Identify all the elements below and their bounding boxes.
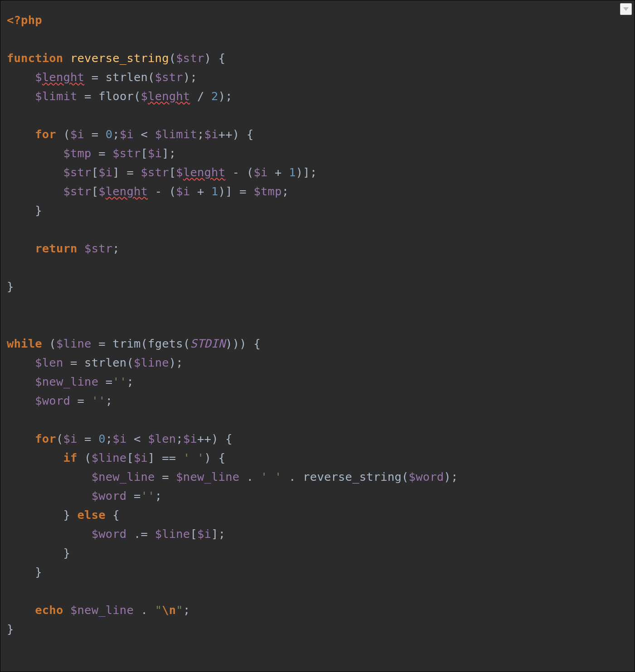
op-eqeq: == <box>155 451 183 464</box>
space <box>98 375 106 388</box>
semicolon: ; <box>126 375 134 388</box>
var-i: $i <box>148 146 162 160</box>
bracket-close: ] <box>303 165 310 179</box>
call-reverse: reverse_string <box>303 470 402 483</box>
var-limit: $limit <box>35 89 77 103</box>
paren-close: ) <box>233 337 240 350</box>
paren-open: ( <box>126 356 134 369</box>
str-space: ' ' <box>261 470 282 483</box>
paren-close: ) <box>296 165 303 179</box>
bracket-open: [ <box>92 165 99 179</box>
var-line: $line <box>56 337 92 350</box>
var-line: $line <box>134 356 169 369</box>
semicolon: ; <box>155 489 162 503</box>
var-line: $line <box>155 527 190 541</box>
const-stdin: STDIN <box>190 337 225 350</box>
keyword-for: for <box>35 432 56 445</box>
num-1: 1 <box>289 165 296 179</box>
semicolon: ; <box>106 394 113 407</box>
var-lenght-misspell: lenght <box>183 165 225 179</box>
keyword-return: return <box>35 242 77 255</box>
semicolon: ; <box>282 184 289 198</box>
op-concat: . <box>282 470 303 483</box>
brace-open: { <box>225 432 233 445</box>
var-i: $i <box>197 527 211 541</box>
semicolon: ; <box>218 527 226 541</box>
semicolon: ; <box>451 470 458 483</box>
paren-close: ) <box>204 451 212 464</box>
keyword-echo: echo <box>35 603 63 617</box>
num-1: 1 <box>211 184 218 198</box>
code-content[interactable]: <?php function reverse_string($str) { $l… <box>0 0 635 638</box>
call-fgets: fgets <box>148 337 183 350</box>
call-trim: trim <box>112 337 141 350</box>
op-div: / <box>190 89 211 103</box>
dropdown-button[interactable] <box>620 3 632 15</box>
paren-open: ( <box>402 470 409 483</box>
code-editor-pane[interactable]: <?php function reverse_string($str) { $l… <box>0 0 635 672</box>
var-i: $i <box>63 432 77 445</box>
paren-open: ( <box>49 337 56 350</box>
op-concat-eq: .= <box>126 527 155 541</box>
semicolon: ; <box>112 127 120 141</box>
var-str: $str <box>155 70 183 84</box>
paren-close: ) <box>218 89 226 103</box>
keyword-else: else <box>78 508 106 522</box>
brace-open: { <box>247 127 254 141</box>
op-assign-tight: = <box>106 375 113 388</box>
var-limit: $limit <box>155 127 197 141</box>
op-inc: ++ <box>218 127 233 141</box>
var-str: $str <box>176 51 204 65</box>
var-word: $word <box>35 394 70 407</box>
semicolon: ; <box>176 356 183 369</box>
semicolon: ; <box>169 146 176 160</box>
op-assign: = <box>92 146 113 160</box>
bracket-close: ] <box>162 146 169 160</box>
bracket-open: [ <box>169 165 176 179</box>
var-new-line: $new_line <box>70 603 134 617</box>
op-assign: = <box>84 127 106 141</box>
op-concat: . <box>134 603 155 617</box>
num-2: 2 <box>211 89 218 103</box>
bracket-open: [ <box>141 146 148 160</box>
var-str: $str <box>141 165 169 179</box>
var-lenght-prefix: $ <box>98 184 106 198</box>
str-empty: '' <box>141 489 155 503</box>
semicolon: ; <box>197 127 204 141</box>
function-name: reverse_string <box>70 51 169 65</box>
var-word: $word <box>92 489 127 503</box>
brace-open: { <box>112 508 120 522</box>
paren-close: ) <box>183 70 190 84</box>
var-lenght-prefix: $ <box>176 165 183 179</box>
brace-close: } <box>7 622 14 636</box>
op-plus: + <box>190 184 211 198</box>
keyword-while: while <box>7 337 42 350</box>
op-assign: = <box>233 184 254 198</box>
op-lt: < <box>126 432 148 445</box>
paren-close: ) <box>204 51 212 65</box>
call-strlen: strlen <box>106 70 148 84</box>
var-line: $line <box>92 451 127 464</box>
op-plus: + <box>268 165 289 179</box>
bracket-open: [ <box>126 451 134 464</box>
op-assign: = <box>78 89 99 103</box>
var-lenght-misspell: lenght <box>42 70 84 84</box>
var-i: $i <box>183 432 197 445</box>
paren-open: ( <box>169 184 176 198</box>
semicolon: ; <box>225 89 233 103</box>
paren-close: ) <box>239 337 247 350</box>
brace-open: { <box>218 51 226 65</box>
var-tmp: $tmp <box>253 184 281 198</box>
var-len: $len <box>35 356 63 369</box>
var-lenght-prefix: $ <box>141 89 148 103</box>
var-i: $i <box>204 127 218 141</box>
paren-close: ) <box>218 184 226 198</box>
semicolon: ; <box>190 70 197 84</box>
call-floor: floor <box>98 89 134 103</box>
paren-open: ( <box>247 165 254 179</box>
var-new-line: $new_line <box>92 470 155 483</box>
op-minus: - <box>225 165 247 179</box>
var-i: $i <box>253 165 267 179</box>
op-lt: < <box>134 127 155 141</box>
var-tmp: $tmp <box>63 146 91 160</box>
